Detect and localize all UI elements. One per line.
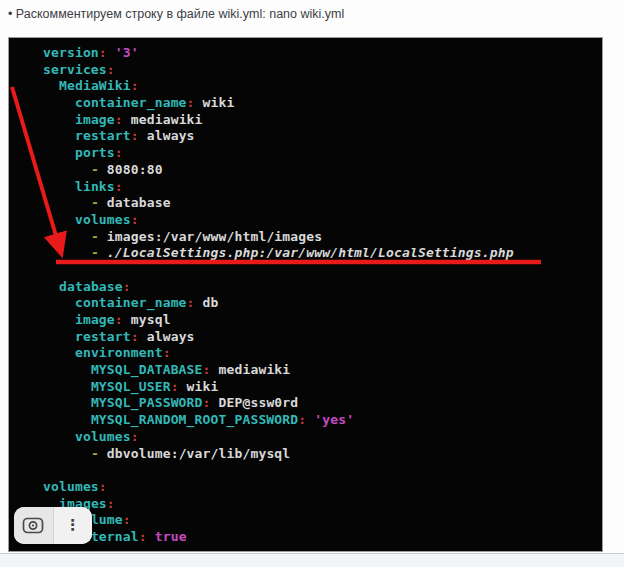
terminal-line: links:: [43, 179, 598, 196]
terminal-line: version: '3': [43, 45, 598, 62]
terminal-line: MediaWiki:: [43, 78, 598, 95]
terminal-line: MYSQL_USER: wiki: [43, 379, 598, 396]
terminal-line: MYSQL_RANDOM_ROOT_PASSWORD: 'yes': [43, 412, 598, 429]
terminal-line: volumes:: [43, 479, 598, 496]
terminal-line: [43, 262, 598, 279]
terminal-line: container_name: db: [43, 295, 598, 312]
terminal-line: image: mediawiki: [43, 112, 598, 129]
terminal-line: database:: [43, 279, 598, 296]
page-bottom-strip: [0, 553, 624, 567]
terminal-line: - dbvolume:/var/lib/mysql: [43, 446, 598, 463]
widget-more-options-button[interactable]: ⋮: [54, 507, 93, 544]
terminal-line: [43, 462, 598, 479]
yaml-code-block: version: '3'services: MediaWiki: contain…: [9, 38, 602, 551]
terminal-line: volumes:: [43, 212, 598, 229]
terminal-line: container_name: wiki: [43, 95, 598, 112]
terminal-line: environment:: [43, 345, 598, 362]
terminal-line: images:: [43, 496, 598, 513]
screenshot-tool-widget: ⋮: [14, 507, 92, 544]
terminal-line: volumes:: [43, 429, 598, 446]
terminal-line: image: mysql: [43, 312, 598, 329]
terminal-line: restart: always: [43, 128, 598, 145]
terminal-line: - database: [43, 195, 598, 212]
terminal-screenshot: version: '3'services: MediaWiki: contain…: [8, 37, 603, 552]
terminal-line: dbvolume:: [43, 512, 598, 529]
terminal-line: external: true: [43, 529, 598, 546]
terminal-line: ~: [43, 546, 598, 552]
screenshot-search-button[interactable]: [14, 507, 53, 544]
instruction-bullet-text: • Раскомментируем строку в файле wiki.ym…: [8, 6, 608, 24]
terminal-line: - images:/var/www/html/images: [43, 229, 598, 246]
terminal-line: - ./LocalSettings.php:/var/www/html/Loca…: [43, 245, 598, 262]
more-options-icon: ⋮: [65, 518, 80, 533]
terminal-line: MYSQL_DATABASE: mediawiki: [43, 362, 598, 379]
terminal-line: restart: always: [43, 329, 598, 346]
terminal-line: MYSQL_PASSWORD: DEP@ssw0rd: [43, 395, 598, 412]
terminal-line: ports:: [43, 145, 598, 162]
screenshot-search-icon: [22, 515, 44, 537]
terminal-line: - 8080:80: [43, 162, 598, 179]
terminal-line: services:: [43, 62, 598, 79]
